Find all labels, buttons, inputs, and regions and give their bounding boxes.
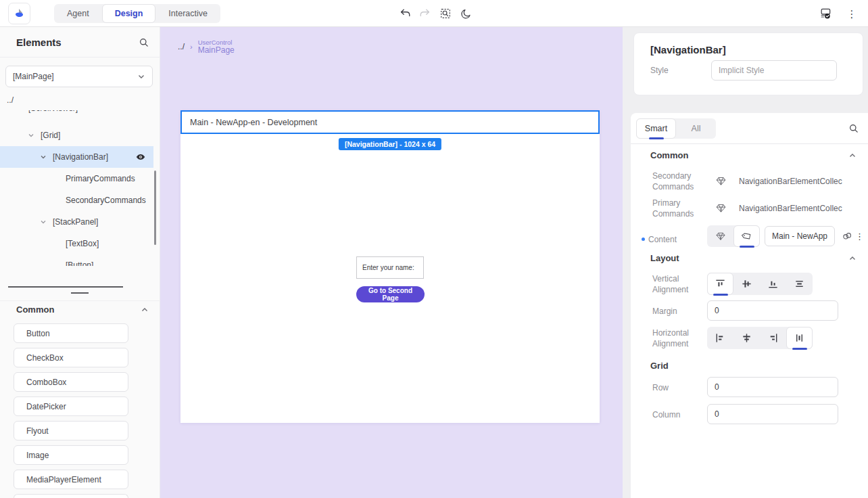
left-sidebar: Elements [MainPage] ../ [ScrollViewer] [… (0, 27, 160, 498)
tree-item-textbox[interactable]: [TextBox] (0, 233, 153, 254)
toolbox-item-image[interactable]: Image (14, 445, 128, 465)
toolbox-item-button[interactable]: Button (14, 323, 128, 343)
toolbox-item-datepicker[interactable]: DatePicker (14, 397, 128, 416)
elements-panel-title: Elements (16, 37, 62, 48)
content-mode-object-button[interactable] (707, 225, 733, 247)
tree-item-scrollviewer[interactable]: [ScrollViewer] (0, 110, 153, 119)
tab-agent[interactable]: Agent (54, 4, 102, 23)
properties-panel: [NavigationBar] Style Smart All Common (623, 27, 868, 498)
vertical-alignment-label: Vertical Alignment (652, 274, 700, 295)
content-overflow-icon[interactable]: ⋮ (855, 232, 864, 241)
binding-link-icon[interactable] (842, 231, 852, 242)
tree-item-navigationbar[interactable]: [NavigationBar] (0, 146, 153, 168)
redo-icon[interactable] (418, 7, 432, 20)
section-common-label: Common (650, 150, 688, 160)
vertical-alignment-toggle (707, 273, 813, 295)
inspector-tab-group: Smart All (636, 118, 716, 139)
breadcrumb-current[interactable]: UserControl MainPage (198, 39, 235, 55)
properties-search-icon[interactable] (848, 123, 859, 134)
stretch-vertical-icon (794, 278, 805, 290)
zoom-selection-icon[interactable] (439, 7, 452, 20)
chevron-down-icon (137, 72, 145, 81)
page-selector-dropdown[interactable]: [MainPage] (5, 66, 153, 87)
undo-icon[interactable] (398, 7, 412, 20)
section-layout-label: Layout (650, 253, 679, 263)
secondary-commands-label: Secondary Commands (652, 171, 706, 192)
tree-scrollbar[interactable] (154, 171, 156, 245)
device-status-icon[interactable] (819, 7, 832, 20)
margin-label: Margin (652, 307, 677, 317)
toolbox-item-mediaplayerelement[interactable]: MediaPlayerElement (14, 470, 128, 489)
toolbox-item-flyout[interactable]: Flyout (14, 421, 128, 440)
design-surface-page[interactable]: Main - NewApp-en - Development [Navigati… (180, 110, 600, 423)
breadcrumb-page: MainPage (198, 46, 235, 55)
content-mode-literal-button[interactable] (733, 225, 760, 247)
halign-center-button[interactable] (733, 327, 760, 349)
primary-commands-label: Primary Commands (652, 198, 706, 219)
chevron-up-icon (141, 306, 149, 314)
margin-input[interactable] (707, 300, 838, 321)
modified-property-dot (642, 237, 645, 241)
halign-right-button[interactable] (760, 327, 786, 349)
design-go-to-second-page-button[interactable]: Go to Second Page (356, 286, 425, 302)
tab-smart[interactable]: Smart (636, 118, 676, 139)
valign-bottom-button[interactable] (760, 273, 786, 295)
align-left-icon (715, 332, 726, 344)
tree-item-grid[interactable]: [Grid] (0, 124, 153, 146)
valign-stretch-button[interactable] (786, 273, 813, 295)
tree-item-button[interactable]: [Button] (0, 254, 153, 266)
app-window: Agent Design Interactive (0, 0, 868, 498)
content-value-input[interactable] (765, 226, 835, 246)
tab-interactive[interactable]: Interactive (155, 4, 220, 23)
align-horizontal-center-icon (741, 332, 752, 344)
toolbox-item-clipped[interactable] (14, 494, 128, 498)
chevron-down-icon (27, 131, 35, 139)
tree-item-stackpanel[interactable]: [StackPanel] (0, 211, 153, 233)
dark-mode-moon-icon[interactable] (459, 7, 473, 20)
align-bottom-icon (767, 278, 779, 290)
style-input[interactable] (711, 60, 837, 81)
design-textbox[interactable] (356, 256, 424, 279)
tree-item-secondarycommands[interactable]: SecondaryCommands (0, 189, 153, 211)
design-canvas[interactable]: ../ › UserControl MainPage Main - NewApp… (160, 27, 623, 498)
chevron-down-icon (39, 153, 47, 161)
toolbox-panel-header: Toolbox (0, 273, 160, 301)
valign-top-button[interactable] (707, 273, 733, 295)
section-grid-label: Grid (650, 361, 669, 371)
overflow-menu-icon[interactable]: ⋮ (845, 7, 859, 20)
chevron-up-icon[interactable] (848, 152, 857, 160)
toolbox-item-checkbox[interactable]: CheckBox (14, 348, 128, 367)
halign-stretch-button[interactable] (786, 327, 813, 349)
tree-item-primarycommands[interactable]: PrimaryCommands (0, 168, 153, 189)
toolbox-item-combobox[interactable]: ComboBox (14, 372, 128, 392)
page-selector-value: [MainPage] (13, 72, 54, 81)
app-logo-button[interactable] (8, 3, 30, 24)
halign-left-button[interactable] (707, 327, 733, 349)
app-logo-icon (13, 7, 26, 20)
selected-mode-underline (740, 246, 754, 248)
object-type-gem-icon (715, 202, 727, 214)
selected-valign-underline (713, 294, 728, 296)
valign-center-button[interactable] (733, 273, 760, 295)
secondary-commands-value: NavigationBarElementCollec (739, 177, 850, 186)
tabs-divider (631, 143, 868, 144)
design-navigationbar-selected[interactable]: Main - NewApp-en - Development (180, 110, 600, 134)
breadcrumb-root[interactable]: ../ (178, 42, 185, 51)
horizontal-alignment-toggle (707, 327, 813, 349)
top-toolbar: Agent Design Interactive (0, 0, 868, 27)
tab-design[interactable]: Design (102, 4, 156, 23)
chevron-down-icon (15, 110, 23, 112)
stretch-horizontal-icon (794, 332, 805, 344)
visibility-eye-icon[interactable] (135, 152, 146, 162)
chevron-down-icon (39, 218, 47, 226)
chevron-up-icon[interactable] (848, 254, 857, 263)
grid-row-input[interactable] (707, 377, 838, 397)
tab-all[interactable]: All (676, 118, 716, 139)
grid-column-input[interactable] (707, 404, 838, 424)
toolbox-section-common[interactable]: Common (16, 304, 149, 315)
tree-root-path[interactable]: ../ (7, 95, 14, 105)
content-label: Content (648, 235, 677, 246)
breadcrumb: ../ › UserControl MainPage (178, 39, 235, 55)
element-tree: [ScrollViewer] [Grid] [NavigationBar] Pr… (0, 110, 153, 266)
elements-search-icon[interactable] (139, 37, 149, 48)
